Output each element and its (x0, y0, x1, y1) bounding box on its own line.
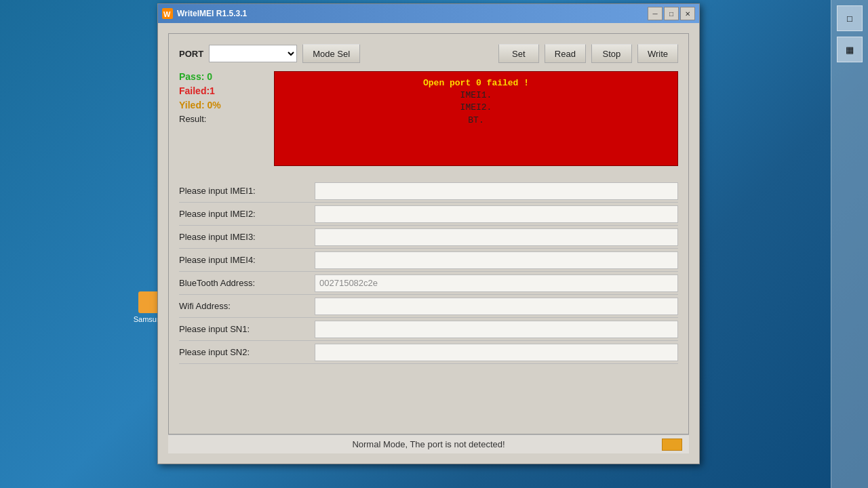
write-button[interactable]: Write (637, 44, 678, 63)
toolbar-row: PORT Mode Sel Set Read Stop Write (179, 44, 678, 63)
field-label-4: BlueTooth Address: (179, 274, 315, 292)
field-input-2[interactable] (315, 228, 678, 246)
set-button[interactable]: Set (498, 44, 539, 63)
field-input-6[interactable] (315, 321, 678, 338)
field-label-3: Please input IMEI4: (179, 251, 315, 269)
field-row-2: Please input IMEI3: (179, 226, 678, 249)
title-bar: W WriteIMEI R1.5.3.1 ─ □ ✕ (158, 4, 699, 23)
svg-text:W: W (163, 10, 171, 18)
field-row-6: Please input SN1: (179, 318, 678, 341)
maximize-button[interactable]: □ (664, 7, 679, 20)
fields-section: Please input IMEI1:Please input IMEI2:Pl… (179, 180, 678, 364)
result-status: Result: (179, 114, 260, 124)
field-label-1: Please input IMEI2: (179, 205, 315, 223)
field-input-7[interactable] (315, 344, 678, 361)
status-left: Pass: 0 Failed:1 Yiled: 0% Result: (179, 71, 260, 166)
port-label: PORT (179, 49, 203, 59)
window-title: WriteIMEI R1.5.3.1 (177, 9, 648, 18)
field-label-5: Wifi Address: (179, 297, 315, 315)
field-row-1: Please input IMEI2: (179, 203, 678, 226)
field-row-3: Please input IMEI4: (179, 249, 678, 272)
log-line-2: IMEI1. (283, 89, 669, 102)
mode-sel-button[interactable]: Mode Sel (302, 44, 360, 63)
log-line-4: BT. (283, 115, 669, 127)
field-input-3[interactable] (315, 251, 678, 269)
status-area: Pass: 0 Failed:1 Yiled: 0% Result: Open … (179, 71, 678, 166)
field-input-0[interactable] (315, 182, 678, 200)
main-window: W WriteIMEI R1.5.3.1 ─ □ ✕ PORT Mode Sel… (157, 3, 700, 464)
failed-status: Failed:1 (179, 85, 260, 96)
field-label-0: Please input IMEI1: (179, 182, 315, 200)
field-input-1[interactable] (315, 205, 678, 223)
field-label-7: Please input SN2: (179, 343, 315, 361)
log-line-1: Open port 0 failed ! (283, 77, 669, 89)
status-bar-indicator (662, 439, 682, 451)
minimize-button[interactable]: ─ (648, 7, 663, 20)
status-bar-text: Normal Mode, The port is not detected! (175, 439, 682, 449)
right-panel-button-1[interactable]: □ (837, 5, 863, 31)
stop-button[interactable]: Stop (591, 44, 632, 63)
yield-status: Yiled: 0% (179, 100, 260, 110)
field-label-2: Please input IMEI3: (179, 228, 315, 246)
field-input-5[interactable] (315, 298, 678, 315)
field-row-5: Wifi Address: (179, 295, 678, 318)
window-content: PORT Mode Sel Set Read Stop Write Pass: … (158, 23, 699, 464)
close-button[interactable]: ✕ (680, 7, 695, 20)
window-controls: ─ □ ✕ (648, 7, 695, 20)
read-button[interactable]: Read (545, 44, 586, 63)
field-row-4: BlueTooth Address: (179, 272, 678, 295)
log-display: Open port 0 failed ! IMEI1. IMEI2. BT. (274, 71, 678, 166)
port-select[interactable] (209, 45, 297, 62)
right-panel-button-2[interactable]: ▦ (837, 37, 863, 62)
app-icon: W (162, 8, 173, 19)
field-input-4[interactable] (315, 274, 678, 292)
status-bar: Normal Mode, The port is not detected! (168, 434, 689, 453)
field-row-7: Please input SN2: (179, 341, 678, 364)
right-side-panel: □ ▦ (831, 0, 868, 488)
inner-panel: PORT Mode Sel Set Read Stop Write Pass: … (168, 33, 689, 434)
log-line-3: IMEI2. (283, 102, 669, 114)
field-row-0: Please input IMEI1: (179, 180, 678, 203)
pass-status: Pass: 0 (179, 71, 260, 82)
field-label-6: Please input SN1: (179, 320, 315, 338)
